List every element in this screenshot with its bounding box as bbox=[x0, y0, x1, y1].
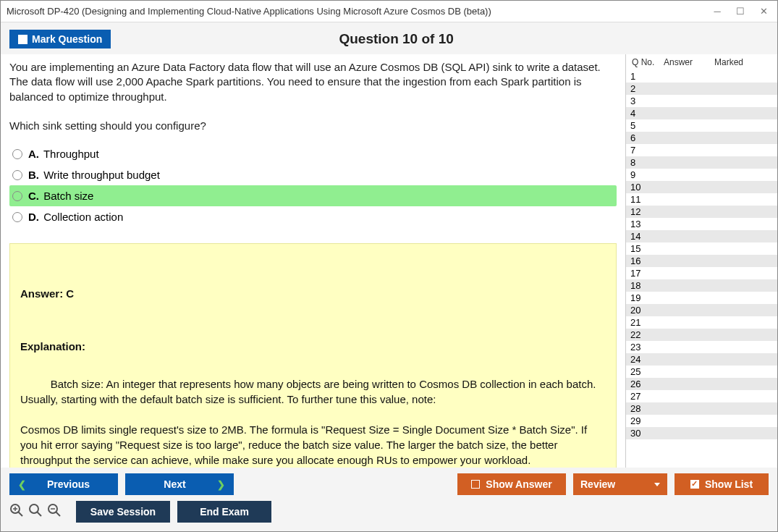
question-row-2[interactable]: 2 bbox=[626, 83, 777, 95]
question-row-3[interactable]: 3 bbox=[626, 95, 777, 107]
row-qno: 5 bbox=[630, 120, 662, 131]
next-button[interactable]: Next ❯ bbox=[125, 473, 234, 495]
minimize-icon[interactable]: ─ bbox=[712, 7, 722, 17]
row-qno: 17 bbox=[630, 268, 662, 279]
question-row-17[interactable]: 17 bbox=[626, 267, 777, 279]
svg-line-5 bbox=[38, 512, 42, 516]
answer-explanation-box: Answer: C Explanation: Batch size: An in… bbox=[9, 243, 617, 468]
question-row-25[interactable]: 25 bbox=[626, 366, 777, 378]
content-row: You are implementing an Azure Data Facto… bbox=[1, 54, 777, 468]
row-qno: 6 bbox=[630, 132, 662, 143]
question-row-26[interactable]: 26 bbox=[626, 378, 777, 390]
mark-question-label: Mark Question bbox=[32, 33, 102, 45]
row-qno: 21 bbox=[630, 317, 662, 328]
square-icon bbox=[471, 480, 480, 489]
zoom-in-icon[interactable] bbox=[9, 503, 24, 521]
question-row-18[interactable]: 18 bbox=[626, 279, 777, 292]
checkbox-checked-icon bbox=[690, 480, 699, 489]
previous-button[interactable]: ❮ Previous bbox=[9, 473, 118, 495]
footer-row-1: ❮ Previous Next ❯ Show Answer Review Sho… bbox=[9, 473, 769, 495]
header-marked: Marked bbox=[714, 57, 776, 67]
question-row-8[interactable]: 8 bbox=[626, 156, 777, 169]
question-row-27[interactable]: 27 bbox=[626, 390, 777, 402]
question-row-9[interactable]: 9 bbox=[626, 169, 777, 181]
save-session-label: Save Session bbox=[90, 506, 156, 518]
row-qno: 27 bbox=[630, 391, 662, 402]
question-row-23[interactable]: 23 bbox=[626, 341, 777, 353]
grid-body[interactable]: 1234567891011121314151617181920212223242… bbox=[626, 70, 777, 468]
option-C[interactable]: C. Batch size bbox=[9, 185, 617, 206]
window-controls: ─ ☐ ✕ bbox=[712, 7, 769, 17]
option-D[interactable]: D. Collection action bbox=[9, 206, 617, 227]
question-row-20[interactable]: 20 bbox=[626, 304, 777, 316]
row-qno: 18 bbox=[630, 280, 662, 291]
question-row-24[interactable]: 24 bbox=[626, 353, 777, 366]
show-list-button[interactable]: Show List bbox=[675, 473, 769, 495]
svg-line-1 bbox=[19, 512, 23, 516]
review-label: Review bbox=[580, 478, 615, 490]
question-row-1[interactable]: 1 bbox=[626, 70, 777, 83]
explanation-title: Explanation: bbox=[20, 339, 606, 354]
chevron-left-icon: ❮ bbox=[18, 479, 26, 490]
header-row: Mark Question Question 10 of 10 bbox=[1, 22, 777, 54]
question-row-11[interactable]: 11 bbox=[626, 193, 777, 206]
row-qno: 22 bbox=[630, 329, 662, 340]
maximize-icon[interactable]: ☐ bbox=[735, 7, 745, 17]
row-qno: 20 bbox=[630, 305, 662, 316]
header-answer: Answer bbox=[664, 57, 714, 67]
options-list: A. ThroughputB. Write throughput budgetC… bbox=[9, 143, 617, 227]
question-row-14[interactable]: 14 bbox=[626, 230, 777, 242]
row-qno: 23 bbox=[630, 342, 662, 352]
row-qno: 14 bbox=[630, 231, 662, 242]
row-qno: 4 bbox=[630, 108, 662, 119]
row-qno: 15 bbox=[630, 243, 662, 254]
zoom-controls bbox=[9, 503, 62, 521]
checkbox-icon bbox=[18, 35, 28, 44]
option-letter: D. bbox=[28, 211, 39, 223]
question-row-15[interactable]: 15 bbox=[626, 242, 777, 255]
row-qno: 8 bbox=[630, 157, 662, 168]
question-row-6[interactable]: 6 bbox=[626, 132, 777, 144]
question-row-7[interactable]: 7 bbox=[626, 144, 777, 156]
row-qno: 24 bbox=[630, 354, 662, 365]
row-qno: 3 bbox=[630, 96, 662, 106]
close-icon[interactable]: ✕ bbox=[758, 7, 769, 17]
answer-title: Answer: C bbox=[20, 286, 606, 301]
show-answer-button[interactable]: Show Answer bbox=[457, 473, 566, 495]
footer: ❮ Previous Next ❯ Show Answer Review Sho… bbox=[1, 468, 777, 531]
svg-point-4 bbox=[30, 504, 38, 513]
question-scroll-area[interactable]: You are implementing an Azure Data Facto… bbox=[1, 54, 625, 468]
question-row-13[interactable]: 13 bbox=[626, 218, 777, 230]
option-text: Write throughput budget bbox=[43, 169, 160, 181]
mark-question-button[interactable]: Mark Question bbox=[9, 30, 111, 48]
question-row-19[interactable]: 19 bbox=[626, 292, 777, 304]
row-qno: 1 bbox=[630, 71, 662, 82]
option-A[interactable]: A. Throughput bbox=[9, 143, 617, 164]
main-column: You are implementing an Azure Data Facto… bbox=[1, 54, 625, 468]
question-row-10[interactable]: 10 bbox=[626, 181, 777, 193]
save-session-button[interactable]: Save Session bbox=[76, 501, 170, 523]
question-heading: Question 10 of 10 bbox=[111, 31, 682, 47]
end-exam-button[interactable]: End Exam bbox=[177, 501, 271, 523]
radio-icon bbox=[12, 212, 22, 222]
option-B[interactable]: B. Write throughput budget bbox=[9, 164, 617, 185]
zoom-out-icon[interactable] bbox=[47, 503, 62, 521]
zoom-reset-icon[interactable] bbox=[28, 503, 43, 521]
question-row-30[interactable]: 30 bbox=[626, 427, 777, 439]
question-row-4[interactable]: 4 bbox=[626, 107, 777, 119]
row-qno: 12 bbox=[630, 206, 662, 217]
review-button[interactable]: Review bbox=[573, 473, 667, 495]
option-text: Batch size bbox=[43, 190, 93, 202]
question-row-5[interactable]: 5 bbox=[626, 119, 777, 132]
question-row-12[interactable]: 12 bbox=[626, 206, 777, 218]
end-exam-label: End Exam bbox=[200, 506, 249, 518]
question-row-28[interactable]: 28 bbox=[626, 402, 777, 415]
question-row-22[interactable]: 22 bbox=[626, 329, 777, 341]
question-row-29[interactable]: 29 bbox=[626, 415, 777, 427]
row-qno: 13 bbox=[630, 219, 662, 229]
row-qno: 19 bbox=[630, 292, 662, 303]
question-row-16[interactable]: 16 bbox=[626, 255, 777, 267]
footer-row-2: Save Session End Exam bbox=[9, 501, 769, 523]
row-qno: 16 bbox=[630, 256, 662, 266]
question-row-21[interactable]: 21 bbox=[626, 316, 777, 329]
